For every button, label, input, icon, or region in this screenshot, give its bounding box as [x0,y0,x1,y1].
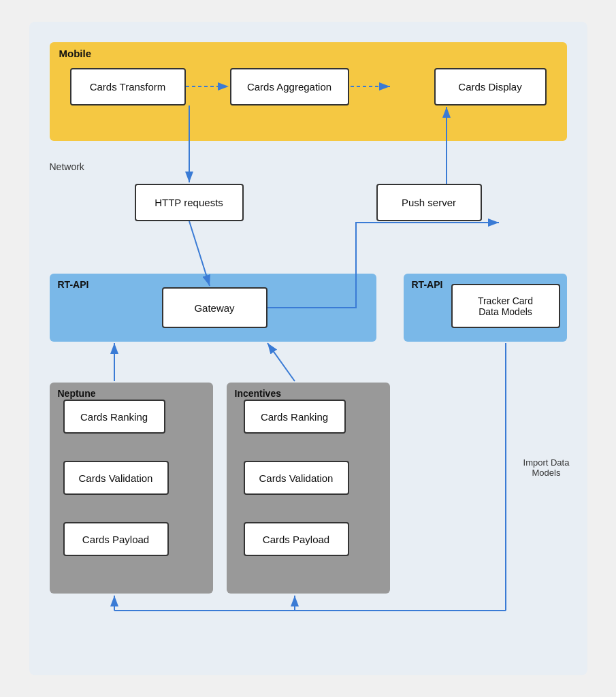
cards-transform-box: Cards Transform [70,68,186,106]
neptune-ranking-box: Cards Ranking [63,400,165,434]
arrow-incentives-to-rtapi [268,343,295,381]
tracker-card-box: Tracker Card Data Models [451,284,560,328]
incentives-payload-box: Cards Payload [244,522,349,556]
neptune-label: Neptune [58,388,96,399]
rtapi-right-label: RT-API [412,279,443,290]
gateway-box: Gateway [162,287,268,328]
push-server-box: Push server [376,184,482,221]
neptune-validation-box: Cards Validation [63,461,169,495]
mobile-label: Mobile [59,48,92,59]
incentives-ranking-box: Cards Ranking [244,400,346,434]
incentives-validation-box: Cards Validation [244,461,349,495]
neptune-payload-box: Cards Payload [63,522,169,556]
network-label: Network [50,161,84,172]
cards-aggregation-box: Cards Aggregation [230,68,349,106]
cards-display-box: Cards Display [434,68,547,106]
diagram-container: Mobile Network RT-API RT-API Neptune Inc… [29,22,587,675]
import-label: Import Data Models [516,457,577,478]
rtapi-left-label: RT-API [58,279,89,290]
http-requests-box: HTTP requests [135,184,244,221]
incentives-label: Incentives [235,388,281,399]
